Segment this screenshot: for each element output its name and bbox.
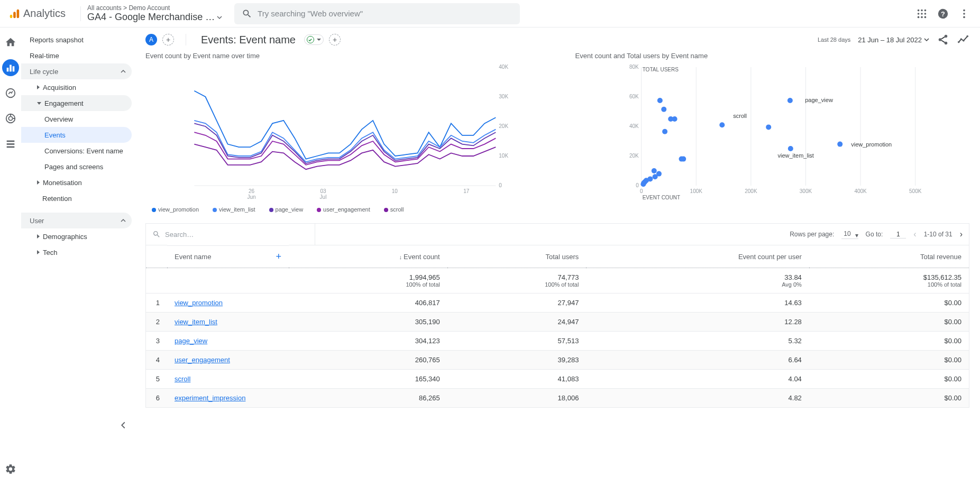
sidebar-section-lifecycle[interactable]: Life cycle [21, 63, 132, 79]
sidebar-item-monetisation[interactable]: Monetisation [21, 175, 132, 190]
svg-rect-2 [17, 9, 20, 18]
table-row[interactable]: 5scroll 165,34041,0834.04$0.00 [146, 370, 969, 389]
sidebar-item-realtime[interactable]: Real-time [21, 48, 132, 63]
sidebar-item-demographics[interactable]: Demographics [21, 228, 132, 244]
svg-text:400K: 400K [854, 188, 867, 194]
table-row[interactable]: 4user_engagement 260,76539,2836.64$0.00 [146, 351, 969, 370]
svg-text:40K: 40K [499, 64, 508, 70]
table-row[interactable]: 3page_view 304,12357,5135.32$0.00 [146, 332, 969, 351]
search-icon [242, 8, 252, 19]
add-dimension-icon[interactable]: + [276, 251, 281, 262]
svg-point-70 [766, 124, 771, 130]
svg-point-27 [939, 38, 942, 41]
filter-pill[interactable] [304, 34, 324, 45]
sidebar-item-pages[interactable]: Pages and screens [21, 159, 132, 175]
legend-item[interactable]: user_engagement [310, 206, 370, 213]
prev-page-button[interactable]: ‹ [913, 230, 916, 239]
svg-point-26 [945, 35, 948, 38]
svg-point-86 [640, 181, 646, 187]
logo-block[interactable]: Analytics [8, 7, 66, 20]
svg-text:EVENT COUNT: EVENT COUNT [642, 195, 680, 200]
svg-text:10K: 10K [499, 153, 508, 159]
sort-desc-icon: ↓ [399, 254, 404, 260]
scatter-chart-card: Event count and Total users by Event nam… [575, 52, 969, 213]
sidebar-item-engagement[interactable]: Engagement [21, 95, 132, 111]
help-icon[interactable]: ? [937, 7, 949, 20]
col-per-user[interactable]: Event count per user [586, 245, 809, 268]
sidebar-item-conversions[interactable]: Conversions: Event name [21, 143, 132, 159]
rows-per-page-select[interactable]: 10▾ [841, 230, 858, 239]
date-picker[interactable]: 21 Jun – 18 Jul 2022 [858, 36, 929, 44]
table-row[interactable]: 6experiment_impression 86,26518,0064.82$… [146, 389, 969, 408]
line-chart[interactable]: 010K20K30K40K26Jun03Jul1017 [145, 64, 561, 201]
svg-text:view_item_list: view_item_list [777, 152, 813, 159]
svg-text:0: 0 [640, 188, 643, 194]
chevron-down-icon [217, 15, 222, 20]
col-total-users[interactable]: Total users [447, 245, 587, 268]
svg-point-32 [966, 35, 968, 38]
table-row[interactable]: 2view_item_list 305,19024,94712.28$0.00 [146, 313, 969, 332]
chevron-down-icon [317, 39, 321, 41]
svg-point-8 [924, 13, 927, 15]
insights-icon[interactable] [957, 33, 969, 46]
svg-text:500K: 500K [909, 188, 922, 194]
svg-point-78 [661, 107, 666, 112]
goto-input[interactable] [890, 231, 906, 239]
next-page-button[interactable]: › [960, 230, 963, 239]
home-icon[interactable] [2, 34, 19, 51]
property-selector[interactable]: All accounts > Demo Account GA4 - Google… [87, 4, 230, 23]
svg-rect-19 [13, 66, 15, 71]
explore-icon[interactable] [2, 85, 19, 102]
svg-point-76 [672, 116, 677, 122]
svg-rect-24 [7, 143, 15, 145]
table-search-input[interactable]: Search… [146, 224, 315, 245]
svg-text:40K: 40K [629, 123, 639, 129]
sidebar-item-snapshot[interactable]: Reports snapshot [21, 32, 132, 48]
search-input[interactable]: Try searching "Web overview" [234, 3, 520, 24]
scatter-chart[interactable]: 0100K200K300K400K500K020K40K60K80KTOTAL … [575, 64, 969, 201]
more-icon[interactable] [958, 7, 970, 20]
legend-item[interactable]: view_item_list [206, 206, 255, 213]
add-comparison-button[interactable]: + [329, 34, 341, 45]
sidebar-item-events[interactable]: Events [21, 127, 132, 143]
svg-text:0: 0 [499, 182, 502, 188]
legend-item[interactable]: view_promotion [145, 206, 199, 213]
segment-badge[interactable]: A [145, 34, 157, 45]
table-row[interactable]: 1view_promotion 406,81727,94714.63$0.00 [146, 294, 969, 313]
svg-text:view_promotion: view_promotion [851, 141, 892, 148]
add-segment-button[interactable]: + [162, 34, 174, 45]
collapse-sidebar-icon[interactable] [117, 419, 130, 432]
svg-point-31 [963, 40, 965, 42]
col-event-count[interactable]: ↓ Event count [289, 245, 447, 268]
chart-legend: view_promotionview_item_listpage_viewuse… [145, 206, 561, 213]
divider [186, 34, 186, 45]
breadcrumb: All accounts > Demo Account [87, 4, 230, 12]
data-table: Event name+ ↓ Event count Total users Ev… [146, 245, 969, 407]
legend-item[interactable]: page_view [263, 206, 304, 213]
chevron-down-icon [924, 37, 929, 42]
sidebar-item-overview[interactable]: Overview [21, 111, 132, 127]
sidebar-section-user[interactable]: User [21, 213, 132, 228]
sidebar-item-tech[interactable]: Tech [21, 244, 132, 260]
svg-text:10: 10 [392, 188, 398, 194]
gear-icon[interactable] [2, 461, 19, 478]
svg-point-87 [656, 171, 662, 177]
sidebar: Reports snapshot Real-time Life cycle Ac… [21, 27, 135, 486]
share-icon[interactable] [937, 33, 949, 46]
svg-point-20 [6, 89, 15, 98]
svg-point-14 [963, 9, 965, 11]
svg-point-4 [921, 9, 923, 11]
advertising-icon[interactable] [2, 110, 19, 127]
svg-point-16 [963, 16, 965, 18]
svg-rect-25 [7, 146, 15, 148]
sidebar-item-retention[interactable]: Retention [21, 190, 132, 206]
col-revenue[interactable]: Total revenue [809, 245, 969, 268]
sidebar-item-acquisition[interactable]: Acquisition [21, 79, 132, 95]
configure-icon[interactable] [2, 135, 19, 152]
reports-icon[interactable] [2, 59, 19, 76]
analytics-logo-icon [8, 8, 20, 20]
col-event-name[interactable]: Event name+ [167, 245, 289, 268]
svg-text:100K: 100K [690, 188, 702, 194]
legend-item[interactable]: scroll [378, 206, 404, 213]
apps-icon[interactable] [915, 7, 928, 20]
